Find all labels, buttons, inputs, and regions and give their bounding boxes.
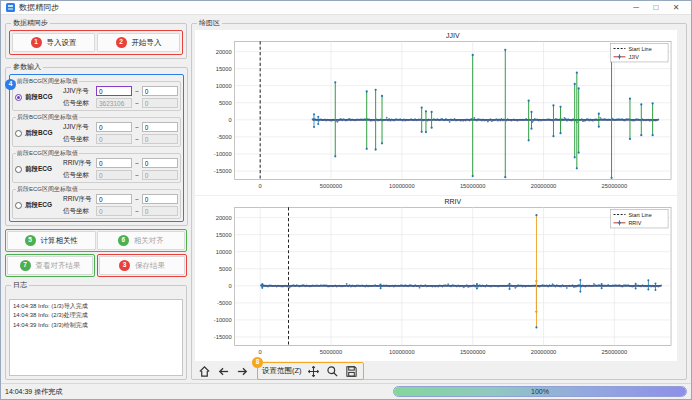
forward-arrow-icon[interactable] [235,364,249,378]
field-label: 信号坐标 [63,99,93,108]
sync-group: 数据精同步 1导入设置2开始导入 [5,18,187,59]
home-icon[interactable] [197,364,211,378]
action-button-5[interactable]: 5计算相关性 [7,231,96,250]
sync-button-label: 开始导入 [132,38,162,48]
action-button-7[interactable]: 7查看对齐结果 [7,256,93,275]
svg-text:10000: 10000 [216,249,233,255]
field-label: 信号坐标 [63,171,93,180]
param-section-1: 后段BCG区间坐标取值后段BCGJJIV序号~信号坐标~ [12,113,181,147]
svg-text:Start Line: Start Line [628,212,651,218]
param-section-title: 后段BCG区间坐标取值 [16,113,79,122]
svg-text:20000: 20000 [216,215,233,221]
annotation-badge-3: 3 [119,260,130,271]
back-arrow-icon[interactable] [216,364,230,378]
window-title: 数据精同步 [19,2,59,13]
svg-text:-10000: -10000 [214,317,233,323]
control-panel: 数据精同步 1导入设置2开始导入 参数输入 前段BCG区间坐标取值前段BCGJJ… [5,18,187,380]
pan-icon[interactable] [307,364,321,378]
minimize-icon[interactable]: ─ [626,1,646,14]
range-to-input[interactable] [142,158,178,168]
save-icon[interactable] [345,364,359,378]
progress-percentage: 100% [394,387,686,396]
range-separator: ~ [135,136,139,143]
param-row: JJIV序号~ [63,122,178,132]
sync-button-2[interactable]: 2开始导入 [97,33,180,52]
field-label: JJIV序号 [63,123,93,132]
log-entry: 14:04:38 Info: (1/3)导入完成 [13,302,179,311]
svg-text:10000000: 10000000 [389,183,415,189]
svg-text:15000000: 15000000 [460,349,486,355]
plot-panel: 绘图区 050000001000000015000000200000002500… [191,18,687,380]
radio-button-icon[interactable] [15,202,22,209]
annotation-badge-1: 1 [31,37,42,48]
sync-button-1[interactable]: 1导入设置 [12,33,95,52]
range-to-input[interactable] [142,122,178,132]
svg-text:0: 0 [228,283,232,289]
range-to-input [142,98,178,108]
svg-text:15000000: 15000000 [460,183,486,189]
param-section-0: 前段BCG区间坐标取值前段BCGJJIV序号~信号坐标~ [12,77,181,111]
action-button-label: 保存结果 [135,261,165,271]
range-from-input [96,98,132,108]
close-icon[interactable]: ✕ [666,1,686,14]
range-from-input[interactable] [96,86,132,96]
radio-1[interactable]: 后段BCG [15,129,61,138]
params-annotation-box: 前段BCG区间坐标取值前段BCGJJIV序号~信号坐标~后段BCG区间坐标取值后… [9,74,184,222]
svg-text:0: 0 [259,349,263,355]
radio-label: 后段BCG [25,129,52,138]
radio-2[interactable]: 前段ECG [15,165,61,174]
charts-container: 0500000010000000150000002000000025000000… [195,30,683,361]
radio-button-icon[interactable] [15,166,22,173]
range-to-input[interactable] [142,194,178,204]
log-entry: 14:04:38 Info: (2/3)处理完成 [13,311,179,320]
svg-text:5000: 5000 [219,100,233,106]
range-separator: ~ [135,124,139,131]
range-from-input [96,134,132,144]
range-from-input[interactable] [96,194,132,204]
range-to-input [142,134,178,144]
sync-group-title: 数据精同步 [11,18,50,28]
range-to-input[interactable] [142,86,178,96]
annotation-badge-8: 8 [252,357,263,368]
range-from-input[interactable] [96,122,132,132]
params-group: 参数输入 前段BCG区间坐标取值前段BCGJJIV序号~信号坐标~后段BCG区间… [5,62,188,226]
range-separator: ~ [135,208,139,215]
param-section-title: 前段ECG区间坐标取值 [16,149,79,158]
action-annotation-box: 7查看对齐结果 [5,254,95,277]
param-section-3: 后段ECG区间坐标取值后段ECGRRIV序号~信号坐标~ [12,185,181,219]
zoom-icon[interactable] [326,364,340,378]
log-group: 日志 14:04:38 Info: (1/3)导入完成14:04:38 Info… [5,280,187,380]
field-label: RRIV序号 [63,159,93,168]
radio-0[interactable]: 前段BCG [15,93,61,102]
range-from-input [96,170,132,180]
action-button-label: 计算相关性 [41,236,79,246]
log-area[interactable]: 14:04:38 Info: (1/3)导入完成14:04:38 Info: (… [9,299,183,376]
maximize-icon[interactable]: □ [646,1,666,14]
action-button-6[interactable]: 6相关对齐 [97,231,186,250]
radio-button-icon[interactable] [15,94,22,101]
svg-text:10000000: 10000000 [389,349,415,355]
set-range-button[interactable]: 设置范围(Z) [262,366,302,376]
range-annotation-box: 8 设置范围(Z) [257,362,364,380]
radio-label: 前段ECG [25,165,52,174]
radio-button-icon[interactable] [15,130,22,137]
svg-text:RRIV: RRIV [628,220,641,226]
svg-text:-5000: -5000 [217,134,232,140]
field-label: JJIV序号 [63,87,93,96]
radio-3[interactable]: 后段ECG [15,201,61,210]
action-buttons: 5计算相关性6相关对齐7查看对齐结果3保存结果 [5,229,187,277]
svg-text:-10000: -10000 [214,151,233,157]
annotation-badge-7: 7 [20,260,31,271]
action-annotation-box: 5计算相关性6相关对齐 [5,229,187,252]
svg-text:RRIV: RRIV [445,198,462,206]
param-row: RRIV序号~ [63,158,178,168]
svg-text:JJIV: JJIV [628,54,639,60]
range-from-input[interactable] [96,158,132,168]
svg-text:5000000: 5000000 [320,183,343,189]
range-separator: ~ [135,172,139,179]
chart-rriv[interactable]: 0500000010000000150000002000000025000000… [195,196,677,361]
param-row: 信号坐标~ [63,98,178,108]
range-separator: ~ [135,100,139,107]
action-button-3[interactable]: 3保存结果 [99,256,185,275]
chart-jjiv[interactable]: 0500000010000000150000002000000025000000… [195,30,677,195]
